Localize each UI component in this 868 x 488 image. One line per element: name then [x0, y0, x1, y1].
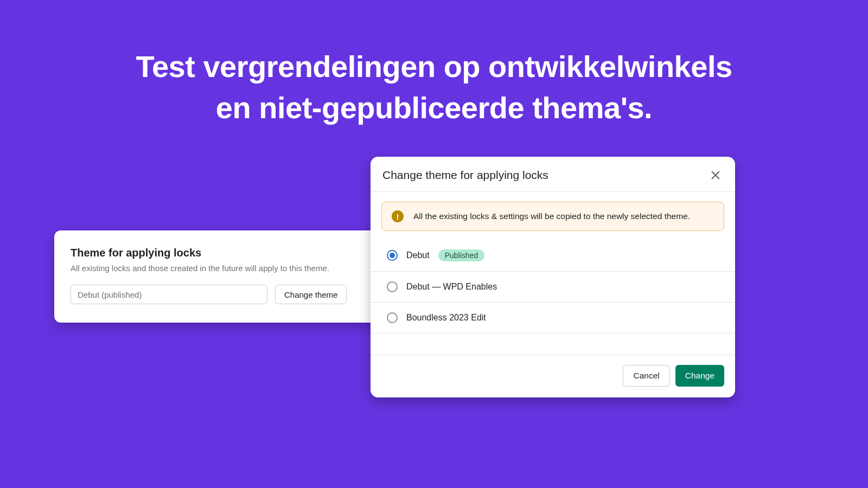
theme-option-label: Boundless 2023 Edit	[406, 313, 486, 323]
radio-icon	[387, 250, 398, 261]
modal-footer: Cancel Change	[371, 355, 735, 397]
confirm-button[interactable]: Change	[675, 365, 724, 387]
hero-line-1: Test vergrendelingen op ontwikkelwinkels	[136, 49, 732, 84]
modal-spacer	[371, 333, 735, 355]
modal-header: Change theme for applying locks	[371, 157, 735, 191]
theme-option-label: Debut	[406, 251, 430, 260]
banner-text: All the existing locks & settings will b…	[413, 211, 690, 221]
hero-line-2: en niet-gepubliceerde thema's.	[216, 91, 652, 125]
change-theme-button[interactable]: Change theme	[275, 285, 347, 304]
theme-option[interactable]: Debut Published	[371, 235, 735, 272]
theme-option[interactable]: Boundless 2023 Edit	[371, 303, 735, 333]
theme-option-list: Debut Published Debut — WPD Enables Boun…	[371, 235, 735, 333]
hero-title: Test vergrendelingen op ontwikkelwinkels…	[81, 0, 787, 128]
change-theme-modal: Change theme for applying locks ! All th…	[371, 157, 735, 397]
theme-option[interactable]: Debut — WPD Enables	[371, 272, 735, 303]
radio-icon	[387, 281, 398, 292]
modal-title: Change theme for applying locks	[382, 169, 548, 182]
theme-option-label: Debut — WPD Enables	[406, 282, 497, 292]
published-badge: Published	[438, 249, 485, 261]
radio-icon	[387, 312, 398, 323]
close-icon	[710, 169, 722, 181]
theme-input[interactable]	[71, 285, 267, 304]
alert-icon: !	[392, 210, 404, 222]
warning-banner: ! All the existing locks & settings will…	[381, 202, 724, 231]
modal-close-button[interactable]	[708, 168, 723, 183]
cancel-button[interactable]: Cancel	[623, 365, 669, 387]
divider	[371, 191, 735, 192]
